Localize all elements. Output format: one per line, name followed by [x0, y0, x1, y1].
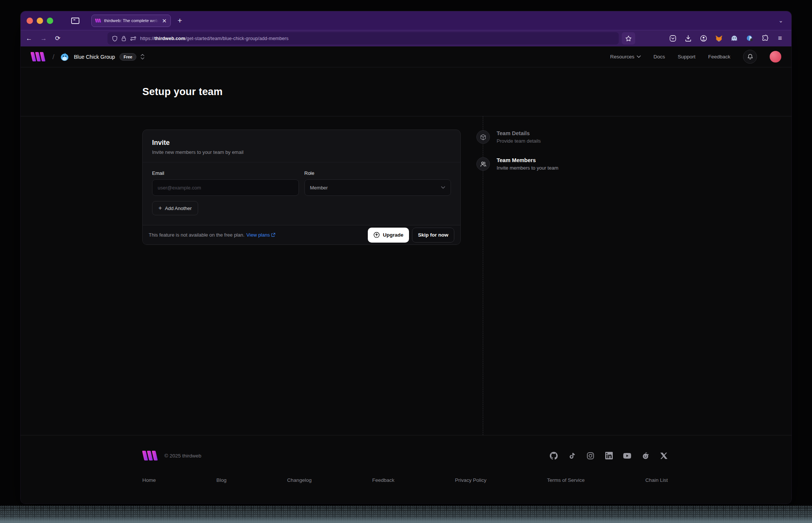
page-title: Setup your team — [142, 86, 223, 98]
downloads-icon[interactable] — [684, 34, 693, 43]
thirdweb-footer-logo-icon[interactable] — [142, 450, 159, 461]
tab-title: thirdweb: The complete web3 d — [104, 18, 159, 23]
browser-tab-active[interactable]: thirdweb: The complete web3 d ✕ — [91, 15, 171, 27]
url-text[interactable]: https://thirdweb.com/get-started/team/bl… — [140, 36, 288, 41]
footer-link-blog[interactable]: Blog — [216, 477, 227, 483]
plan-badge: Free — [119, 53, 136, 61]
footer-link-feedback[interactable]: Feedback — [372, 477, 394, 483]
step-circle — [476, 130, 490, 144]
step-title: Team Members — [497, 157, 558, 163]
nav-support[interactable]: Support — [678, 54, 695, 60]
site-footer: © 2025 thirdweb — [21, 435, 791, 504]
footer-link-privacy-policy[interactable]: Privacy Policy — [455, 477, 487, 483]
url-bar[interactable]: https://thirdweb.com/get-started/team/bl… — [107, 32, 619, 45]
forward-button[interactable]: → — [40, 35, 47, 42]
tab-list-chevron-icon[interactable]: ⌄ — [778, 17, 785, 24]
footer-link-chain-list[interactable]: Chain List — [645, 477, 668, 483]
nav-docs[interactable]: Docs — [654, 54, 665, 60]
footer-actions: Upgrade Skip for now — [368, 228, 454, 243]
upgrade-button[interactable]: Upgrade — [368, 228, 409, 243]
invite-card-body: Email Role Member + Add — [143, 162, 460, 225]
toolbar-extensions: ≡ — [668, 34, 786, 43]
step-team-details: Team Details Provide team details — [476, 130, 558, 144]
close-tab-icon[interactable]: ✕ — [161, 18, 167, 24]
breadcrumb-slash: / — [52, 53, 54, 61]
invite-title: Invite — [152, 139, 451, 147]
invite-card: Invite Invite new members to your team b… — [142, 130, 461, 245]
linkedin-icon[interactable] — [605, 452, 613, 460]
bookmark-star-button[interactable] — [622, 32, 635, 45]
team-switcher-chevrons-icon[interactable] — [140, 54, 145, 60]
phantom-icon[interactable] — [730, 34, 739, 43]
circle-arrow-up-icon — [373, 232, 380, 238]
invite-subtitle: Invite new members to your team by email — [152, 149, 451, 155]
sidebar-toggle-icon[interactable] — [70, 16, 80, 25]
footer-link-home[interactable]: Home — [142, 477, 156, 483]
nav-resources[interactable]: Resources — [610, 54, 641, 60]
email-label: Email — [152, 170, 299, 176]
window-controls — [27, 18, 53, 24]
role-select[interactable]: Member — [304, 179, 451, 196]
external-link-icon — [271, 233, 275, 237]
browser-toolbar: ← → ⟳ https://thirdweb.com/get-started/t… — [21, 30, 791, 46]
copyright-text: © 2025 thirdweb — [164, 453, 202, 459]
youtube-icon[interactable] — [623, 452, 631, 460]
zoom-window-button[interactable] — [47, 18, 53, 24]
permissions-icon[interactable] — [130, 36, 136, 41]
minimize-window-button[interactable] — [37, 18, 43, 24]
back-button[interactable]: ← — [26, 35, 32, 42]
thirdweb-logo-icon[interactable] — [31, 52, 46, 62]
user-avatar[interactable] — [770, 51, 781, 63]
step-subtitle: Invite members to your team — [497, 165, 558, 171]
star-icon — [625, 35, 632, 42]
invite-card-footer: This feature is not available on the fre… — [143, 225, 460, 244]
privacy-extension-icon[interactable] — [745, 34, 754, 43]
social-links — [550, 452, 668, 460]
view-plans-link[interactable]: View plans — [246, 232, 276, 238]
account-icon[interactable] — [699, 34, 708, 43]
footer-link-terms-of-service[interactable]: Terms of Service — [547, 477, 585, 483]
role-field-group: Role Member — [304, 170, 451, 196]
step-title: Team Details — [497, 130, 541, 136]
role-label: Role — [304, 170, 451, 176]
email-input[interactable] — [152, 179, 299, 196]
chevron-down-icon — [637, 55, 641, 58]
add-another-button[interactable]: + Add Another — [152, 201, 198, 215]
lock-icon[interactable] — [121, 36, 126, 42]
chevron-down-icon — [441, 186, 445, 189]
x-icon[interactable] — [660, 452, 668, 460]
skip-for-now-button[interactable]: Skip for now — [412, 228, 454, 243]
extensions-puzzle-icon[interactable] — [760, 34, 769, 43]
nav-feedback[interactable]: Feedback — [708, 54, 730, 60]
footer-link-changelog[interactable]: Changelog — [287, 477, 312, 483]
shield-icon[interactable] — [112, 36, 118, 42]
close-window-button[interactable] — [27, 18, 33, 24]
pocket-icon[interactable] — [668, 34, 677, 43]
setup-steps: Team Details Provide team details Team M… — [476, 130, 558, 171]
reddit-icon[interactable] — [642, 452, 649, 460]
metamask-icon[interactable] — [714, 34, 723, 43]
site-page: / Blue Chick Group Free Resources Docs — [21, 46, 791, 504]
instagram-icon[interactable] — [587, 452, 594, 460]
topnav-links: Resources Docs Support Feedback — [610, 50, 781, 64]
github-icon[interactable] — [550, 452, 558, 460]
new-tab-button[interactable]: + — [178, 16, 182, 25]
team-avatar — [60, 52, 70, 62]
email-field-group: Email — [152, 170, 299, 196]
thirdweb-favicon-icon — [95, 18, 102, 23]
users-icon — [480, 161, 487, 168]
step-circle — [476, 157, 490, 171]
reload-button[interactable]: ⟳ — [55, 35, 60, 42]
nav-buttons: ← → ⟳ — [26, 35, 70, 42]
notifications-button[interactable] — [743, 50, 757, 64]
site-topbar: / Blue Chick Group Free Resources Docs — [21, 46, 791, 67]
menu-hamburger-icon[interactable]: ≡ — [776, 34, 785, 43]
team-name[interactable]: Blue Chick Group — [74, 54, 115, 60]
invite-card-header: Invite Invite new members to your team b… — [143, 130, 460, 162]
heading-band: Setup your team — [21, 67, 791, 116]
browser-tabbar: thirdweb: The complete web3 d ✕ + ⌄ — [21, 11, 791, 30]
main-content: Invite Invite new members to your team b… — [21, 116, 791, 435]
tiktok-icon[interactable] — [568, 452, 576, 460]
bell-icon — [747, 54, 753, 60]
free-plan-note: This feature is not available on the fre… — [149, 232, 245, 238]
